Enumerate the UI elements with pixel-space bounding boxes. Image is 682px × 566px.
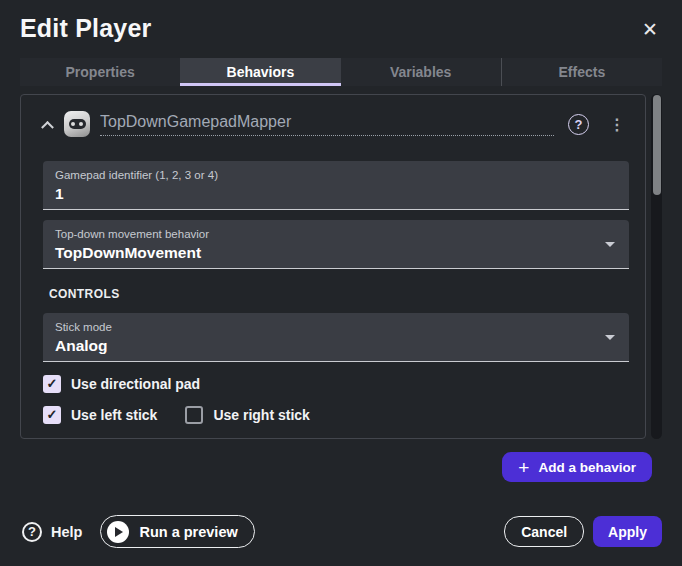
dialog-title: Edit Player xyxy=(20,14,151,43)
gamepad-identifier-label: Gamepad identifier (1, 2, 3 or 4) xyxy=(55,167,617,183)
checkbox-label: Use directional pad xyxy=(71,376,200,392)
cancel-button[interactable]: Cancel xyxy=(504,516,584,547)
add-behavior-button[interactable]: + Add a behavior xyxy=(502,452,652,482)
gamepad-icon xyxy=(64,111,90,137)
scrollbar-thumb[interactable] xyxy=(653,95,661,195)
plus-icon: + xyxy=(518,458,529,477)
tab-active-underline xyxy=(180,83,340,86)
tab-variables[interactable]: Variables xyxy=(341,58,501,86)
checkbox-label: Use right stick xyxy=(213,407,309,423)
panel-scrollbar[interactable] xyxy=(651,94,662,439)
stick-mode-label: Stick mode xyxy=(55,319,617,335)
behavior-name-field[interactable]: TopDownGamepadMapper xyxy=(100,113,554,136)
run-preview-button[interactable]: Run a preview xyxy=(100,515,254,548)
gamepad-icon-body xyxy=(69,119,86,129)
behavior-help-icon[interactable]: ? xyxy=(568,114,589,135)
gamepad-identifier-field[interactable]: Gamepad identifier (1, 2, 3 or 4) 1 xyxy=(43,161,629,210)
close-icon[interactable]: ✕ xyxy=(638,14,662,45)
run-preview-label: Run a preview xyxy=(139,524,237,540)
checkbox-row-1: ✓ Use directional pad xyxy=(43,375,629,393)
checkbox-checked-icon[interactable]: ✓ xyxy=(43,406,61,424)
chevron-down-icon xyxy=(605,242,615,247)
behavior-menu-icon[interactable]: ⋮ xyxy=(605,113,629,136)
checkbox-checked-icon[interactable]: ✓ xyxy=(43,375,61,393)
help-icon: ? xyxy=(22,522,42,542)
tab-behaviors[interactable]: Behaviors xyxy=(180,58,340,86)
add-behavior-row: + Add a behavior xyxy=(20,452,662,482)
add-behavior-label: Add a behavior xyxy=(538,460,636,475)
checkbox-row-2: ✓ Use left stick Use right stick xyxy=(43,406,629,424)
behavior-header: TopDownGamepadMapper ? ⋮ xyxy=(43,111,629,137)
stick-mode-value: Analog xyxy=(55,335,617,356)
movement-behavior-value: TopDownMovement xyxy=(55,242,617,263)
behaviors-panel: TopDownGamepadMapper ? ⋮ Gamepad identif… xyxy=(20,94,646,439)
movement-behavior-select[interactable]: Top-down movement behavior TopDownMoveme… xyxy=(43,220,629,269)
gamepad-identifier-value: 1 xyxy=(55,183,617,204)
tab-effects-label: Effects xyxy=(559,64,606,80)
dialog-footer: ? Help Run a preview Cancel Apply xyxy=(20,515,662,548)
edit-player-dialog: Edit Player ✕ Properties Behaviors Varia… xyxy=(0,0,682,566)
play-icon xyxy=(107,521,129,543)
checkbox-use-left-stick[interactable]: ✓ Use left stick xyxy=(43,406,157,424)
collapse-chevron-icon[interactable] xyxy=(41,120,54,133)
help-label: Help xyxy=(51,524,82,540)
tab-properties[interactable]: Properties xyxy=(20,58,180,86)
tab-variables-label: Variables xyxy=(390,64,452,80)
behaviors-panel-wrap: TopDownGamepadMapper ? ⋮ Gamepad identif… xyxy=(20,94,662,439)
dialog-header: Edit Player ✕ xyxy=(20,14,662,45)
gamepad-icon-eye-right xyxy=(79,122,83,126)
checkbox-use-right-stick[interactable]: Use right stick xyxy=(185,406,309,424)
chevron-down-icon xyxy=(605,335,615,340)
apply-button[interactable]: Apply xyxy=(593,516,662,547)
stick-mode-select[interactable]: Stick mode Analog xyxy=(43,313,629,362)
controls-section-label: CONTROLS xyxy=(49,287,629,301)
checkbox-label: Use left stick xyxy=(71,407,157,423)
tab-effects[interactable]: Effects xyxy=(501,58,662,86)
checkbox-unchecked-icon[interactable] xyxy=(185,406,203,424)
tab-behaviors-label: Behaviors xyxy=(227,64,295,80)
footer-actions: Cancel Apply xyxy=(504,516,662,547)
gamepad-icon-eye-left xyxy=(71,122,75,126)
play-triangle xyxy=(115,527,123,537)
movement-behavior-label: Top-down movement behavior xyxy=(55,226,617,242)
checkbox-use-directional-pad[interactable]: ✓ Use directional pad xyxy=(43,375,200,393)
tab-bar: Properties Behaviors Variables Effects xyxy=(20,58,662,86)
help-button[interactable]: ? Help xyxy=(20,522,82,542)
tab-properties-label: Properties xyxy=(66,64,135,80)
